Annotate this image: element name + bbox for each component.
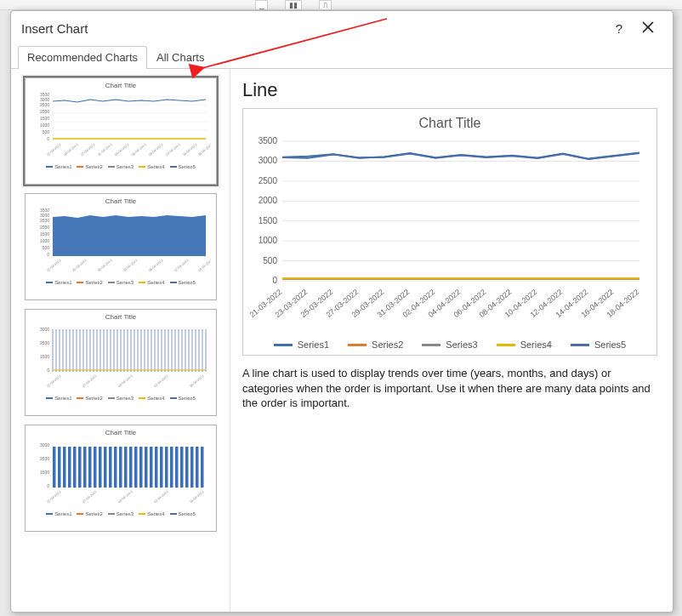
svg-rect-123 [155,447,158,488]
svg-rect-125 [165,447,168,488]
tab-recommended-charts[interactable]: Recommended Charts [18,46,147,69]
ribbon-bg: ⎯▮▮⎍ [0,0,682,10]
svg-rect-122 [150,447,153,488]
svg-text:500: 500 [263,256,277,265]
svg-text:0: 0 [47,252,49,257]
svg-rect-121 [145,447,148,488]
swatch-s3 [422,344,440,346]
svg-text:500: 500 [43,129,50,134]
svg-text:0: 0 [47,483,49,488]
svg-text:3500: 3500 [40,208,49,213]
thumbnail-title: Chart Title [31,429,211,436]
svg-text:1500: 1500 [40,470,49,475]
svg-text:2500: 2500 [40,218,49,223]
svg-rect-116 [119,447,122,488]
svg-text:14-04-2022: 14-04-2022 [197,258,211,272]
legend-series2: Series2 [348,339,403,350]
thumbnail-list: Chart Title 05001000 150020002500 300035… [11,69,230,612]
svg-text:03-04-2022: 03-04-2022 [122,258,139,272]
svg-text:03-04-2022: 03-04-2022 [117,374,134,388]
svg-text:10-04-2022: 10-04-2022 [153,489,169,504]
svg-rect-103 [53,447,56,488]
line-chart: 050010001500200025003000350021-03-202223… [248,134,648,330]
thumbnail-title: Chart Title [31,313,211,321]
svg-text:1000: 1000 [40,238,49,243]
svg-text:30-03-2022: 30-03-2022 [97,258,113,272]
svg-text:0: 0 [272,276,277,285]
svg-text:18-04-2022: 18-04-2022 [197,142,211,157]
chart-thumbnail-area[interactable]: Chart Title 05001000 150020002500 300035… [25,193,217,300]
svg-text:31-03-2022: 31-03-2022 [97,142,113,157]
svg-rect-110 [88,447,92,488]
svg-text:2000: 2000 [40,109,49,114]
svg-text:13-04-2022: 13-04-2022 [165,142,181,157]
chart-thumbnail-columns[interactable]: Chart Title 0150025003000 [25,425,217,532]
svg-rect-106 [68,447,71,488]
area-icon: 05001000 150020002500 30003500 21-03-202… [31,205,211,278]
swatch-s5 [571,344,589,346]
insert-chart-dialog: Insert Chart ? Recommended Charts All Ch… [10,10,673,613]
svg-rect-107 [73,447,77,488]
svg-rect-129 [185,447,189,488]
thumbnail-legend: Series1 Series2 Series3 Series4 Series5 [31,164,211,169]
svg-text:2500: 2500 [40,456,49,461]
close-button[interactable] [634,21,662,36]
thumbnail-title: Chart Title [31,82,211,89]
svg-text:2500: 2500 [40,340,49,345]
svg-text:25-03-2022: 25-03-2022 [71,258,88,272]
chart-thumbnail-grid[interactable]: Chart Title 0150025003000 [25,309,217,416]
thumbnail-legend: Series1 Series2 Series3 Series4 Series5 [31,280,211,285]
svg-rect-132 [201,447,204,488]
svg-text:500: 500 [43,245,50,250]
svg-marker-35 [53,215,206,256]
svg-text:2500: 2500 [40,102,49,107]
swatch-s4 [497,344,515,346]
dialog-body: Chart Title 05001000 150020002500 300035… [11,69,673,612]
svg-rect-111 [94,447,97,488]
svg-rect-118 [129,447,133,488]
svg-text:08-04-2022: 08-04-2022 [148,258,164,272]
columns-icon: 0150025003000 [31,436,211,510]
svg-rect-128 [180,447,184,488]
swatch-s1 [274,344,293,346]
svg-text:2000: 2000 [259,196,278,205]
chart-description: A line chart is used to display trends o… [242,366,657,411]
svg-text:2500: 2500 [259,176,278,185]
svg-rect-113 [104,447,107,488]
svg-rect-112 [99,447,102,488]
svg-text:09-04-2022: 09-04-2022 [148,142,164,157]
svg-text:27-03-2022: 27-03-2022 [80,142,96,157]
svg-text:1000: 1000 [259,236,278,245]
svg-text:10-04-2022: 10-04-2022 [153,374,169,388]
svg-rect-109 [83,447,87,488]
chart-type-title: Line [242,79,657,101]
svg-rect-130 [190,447,194,488]
tab-all-charts[interactable]: All Charts [147,46,213,69]
chart-legend: Series1 Series2 Series3 Series4 [248,339,651,350]
svg-rect-108 [78,447,82,488]
svg-rect-126 [170,447,173,488]
chart-thumbnail-line[interactable]: Chart Title 05001000 150020002500 300035… [25,77,217,185]
svg-rect-117 [124,447,128,488]
grid-icon: 0150025003000 [31,321,211,394]
svg-text:0: 0 [47,368,49,373]
svg-text:21-03-2022: 21-03-2022 [46,258,62,272]
svg-text:3500: 3500 [259,136,278,145]
preview-pane: Line Chart Title 05001000150020002500300… [230,69,673,612]
svg-rect-131 [196,447,199,488]
svg-text:3000: 3000 [40,213,49,218]
svg-text:1500: 1500 [40,231,49,237]
legend-series1: Series1 [274,339,329,350]
dialog-title: Insert Chart [21,21,605,36]
help-button[interactable]: ? [605,21,634,36]
chart-preview[interactable]: Chart Title 0500100015002000250030003500… [242,108,657,356]
svg-text:3000: 3000 [259,156,278,165]
svg-text:03-04-2022: 03-04-2022 [117,489,134,504]
svg-rect-127 [175,447,179,488]
svg-text:27-03-2022: 27-03-2022 [82,489,98,504]
legend-series4: Series4 [497,339,552,350]
legend-series5: Series5 [571,339,626,350]
svg-text:3000: 3000 [40,97,49,102]
svg-text:1500: 1500 [40,354,49,359]
dialog-titlebar: Insert Chart ? [11,11,673,45]
